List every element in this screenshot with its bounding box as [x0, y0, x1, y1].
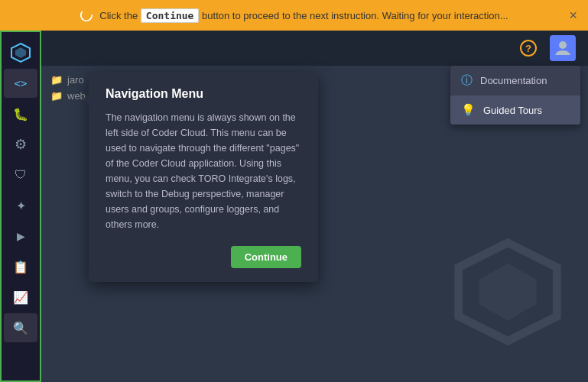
notification-text: Click the Continue button to proceed to …: [99, 10, 508, 21]
dropdown-panel: ⓘ Documentation 💡 Guided Tours: [450, 66, 580, 125]
lightbulb-icon: 💡: [461, 103, 476, 117]
sidebar-item-security[interactable]: 🛡: [4, 160, 37, 189]
avatar[interactable]: [550, 35, 576, 61]
keyword-continue: Continue: [141, 8, 200, 23]
logo-icon: [10, 42, 31, 63]
folder-icon-web: 📁: [50, 90, 63, 102]
sidebar-item-deploy[interactable]: ⚙: [4, 130, 37, 159]
spinner-icon: [80, 8, 93, 22]
nav-tooltip: Navigation Menu The navigation menu is a…: [89, 72, 318, 282]
chart-icon: 📈: [13, 290, 28, 305]
user-icon: [555, 40, 570, 57]
code-icon: <>: [15, 77, 28, 89]
help-icon: ?: [520, 40, 537, 57]
svg-point-5: [559, 41, 567, 49]
terminal-icon: ▶: [17, 230, 25, 242]
deploy-icon: ⚙: [15, 136, 27, 153]
main-layout: <> 🐛 ⚙ 🛡 ✦ ▶ 📋 📈 🔍: [0, 31, 588, 382]
tooltip-footer: Continue: [106, 246, 301, 268]
tooltip-body: The navigation menu is always shown on t…: [106, 110, 301, 232]
dropdown-item-guided-tours[interactable]: 💡 Guided Tours: [450, 96, 580, 125]
help-button[interactable]: ?: [516, 36, 541, 60]
svg-marker-2: [15, 47, 26, 58]
sidebar-item-debug[interactable]: 🐛: [4, 99, 37, 128]
notification-bar: Click the Continue button to proceed to …: [0, 0, 588, 31]
file-name-jaro: jaro: [67, 74, 84, 86]
sidebar-item-analytics[interactable]: 📈: [4, 283, 37, 312]
bug-icon: 🐛: [13, 107, 28, 121]
star-icon: ✦: [16, 199, 26, 213]
sidebar-item-code[interactable]: <>: [4, 69, 37, 98]
sidebar-item-docs[interactable]: 📋: [4, 252, 37, 281]
svg-text:?: ?: [525, 43, 531, 54]
sidebar-logo[interactable]: [4, 38, 37, 67]
sidebar-item-integrations[interactable]: ✦: [4, 191, 37, 220]
tooltip-title: Navigation Menu: [106, 87, 301, 101]
sidebar-item-terminal[interactable]: ▶: [4, 222, 37, 251]
folder-icon-jaro: 📁: [50, 74, 63, 86]
clipboard-icon: 📋: [13, 260, 28, 274]
shield-icon: 🛡: [15, 168, 27, 182]
search-icon: 🔍: [13, 321, 28, 335]
sidebar: <> 🐛 ⚙ 🛡 ✦ ▶ 📋 📈 🔍: [0, 31, 41, 382]
close-notification-button[interactable]: ×: [569, 8, 577, 24]
documentation-label: Documentation: [480, 75, 547, 86]
continue-button[interactable]: Continue: [231, 246, 301, 268]
guided-tours-label: Guided Tours: [483, 105, 542, 116]
dropdown-item-documentation[interactable]: ⓘ Documentation: [450, 66, 580, 96]
content-header: ?: [41, 31, 588, 66]
content-area: ? ⓘ Documentation 💡 Guided Tours: [41, 31, 588, 382]
svg-point-0: [81, 10, 92, 21]
sidebar-item-search[interactable]: 🔍: [4, 313, 37, 342]
info-circle-icon: ⓘ: [461, 73, 473, 88]
